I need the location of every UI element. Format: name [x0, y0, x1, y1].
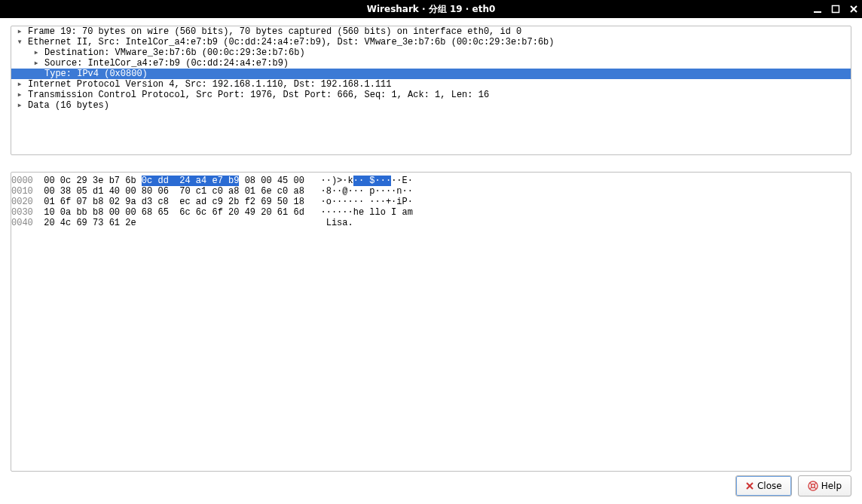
content-area: ▸ Frame 19: 70 bytes on wire (560 bits),… — [0, 18, 862, 504]
svg-line-9 — [814, 483, 816, 485]
tree-row-ip[interactable]: ▸ Internet Protocol Version 4, Src: 192.… — [11, 79, 851, 90]
tree-row-ethernet[interactable]: ▾ Ethernet II, Src: IntelCor_a4:e7:b9 (0… — [11, 37, 851, 47]
svg-point-7 — [811, 484, 815, 488]
hex-dump[interactable]: 0000 00 0c 29 3e b7 6b 0c dd 24 a4 e7 b9… — [11, 173, 851, 228]
packet-details-pane[interactable]: ▸ Frame 19: 70 bytes on wire (560 bits),… — [11, 26, 851, 155]
maximize-icon[interactable] — [830, 4, 841, 14]
hex-row[interactable]: 0010 00 38 05 d1 40 00 80 06 70 c1 c0 a8… — [11, 186, 851, 197]
svg-line-8 — [809, 483, 812, 485]
tree-row-eth-type[interactable]: Type: IPv4 (0x0800) — [11, 69, 851, 79]
hex-row[interactable]: 0000 00 0c 29 3e b7 6b 0c dd 24 a4 e7 b9… — [11, 176, 851, 186]
x-icon — [745, 481, 754, 490]
title-bar: Wireshark · 分组 19 · eth0 — [0, 0, 862, 18]
help-button[interactable]: Help — [798, 475, 851, 496]
life-ring-icon — [808, 481, 818, 491]
expand-icon[interactable]: ▸ — [28, 47, 44, 58]
close-button[interactable]: Close — [735, 475, 792, 496]
packet-bytes-pane[interactable]: 0000 00 0c 29 3e b7 6b 0c dd 24 a4 e7 b9… — [11, 172, 851, 472]
svg-line-11 — [814, 487, 816, 490]
hex-row[interactable]: 0030 10 0a bb b8 00 00 68 65 6c 6c 6f 20… — [11, 207, 851, 218]
window-controls — [812, 0, 859, 18]
minimize-icon[interactable] — [812, 4, 823, 14]
tree-row-data[interactable]: ▸ Data (16 bytes) — [11, 100, 851, 111]
hex-row[interactable]: 0040 20 4c 69 73 61 2e Lisa. — [11, 218, 851, 228]
spacer — [28, 69, 44, 79]
collapse-icon[interactable]: ▾ — [11, 37, 28, 47]
svg-line-10 — [809, 487, 812, 490]
dialog-button-bar: Close Help — [735, 475, 851, 496]
window-title: Wireshark · 分组 19 · eth0 — [367, 3, 496, 16]
tree-row-tcp[interactable]: ▸ Transmission Control Protocol, Src Por… — [11, 90, 851, 100]
svg-rect-1 — [833, 6, 839, 13]
expand-icon[interactable]: ▸ — [11, 26, 28, 37]
expand-icon[interactable]: ▸ — [11, 79, 28, 90]
tree-row-eth-source[interactable]: ▸ Source: IntelCor_a4:e7:b9 (0c:dd:24:a4… — [11, 58, 851, 69]
expand-icon[interactable]: ▸ — [28, 58, 44, 69]
tree-row-frame[interactable]: ▸ Frame 19: 70 bytes on wire (560 bits),… — [11, 26, 851, 37]
close-icon[interactable] — [848, 4, 859, 14]
ascii-highlight: ·· $··· — [353, 176, 391, 186]
expand-icon[interactable]: ▸ — [11, 90, 28, 100]
expand-icon[interactable]: ▸ — [11, 100, 28, 111]
tree-row-eth-destination[interactable]: ▸ Destination: VMware_3e:b7:6b (00:0c:29… — [11, 47, 851, 58]
hex-highlight: 0c dd 24 a4 e7 b9 — [142, 176, 240, 186]
packet-details-tree[interactable]: ▸ Frame 19: 70 bytes on wire (560 bits),… — [11, 26, 851, 111]
hex-row[interactable]: 0020 01 6f 07 b8 02 9a d3 c8 ec ad c9 2b… — [11, 197, 851, 207]
